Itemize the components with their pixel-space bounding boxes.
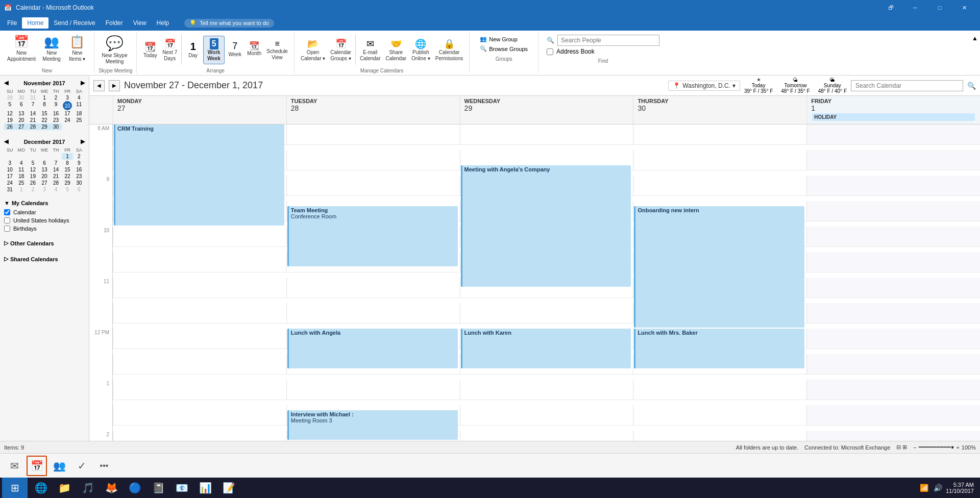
time-cell[interactable] [286,278,460,298]
cal-day[interactable]: 7 [50,160,62,166]
my-calendars-title[interactable]: ▼ My Calendars [4,200,85,206]
minimize-btn[interactable]: ─ [903,0,927,15]
time-cell[interactable] [806,405,980,426]
cal-day[interactable]: 14 [50,166,62,173]
time-cell[interactable] [460,431,633,441]
time-cell[interactable] [806,303,980,323]
time-cell[interactable] [806,380,980,400]
nav-people-btn[interactable]: 👥 [49,456,69,476]
cal-day[interactable]: 22 [39,117,51,123]
cal-day[interactable]: 27 [39,180,51,186]
tell-me-box[interactable]: 💡 Tell me what you want to do [184,19,274,28]
cal-day[interactable]: 17 [4,173,16,180]
new-meeting-btn[interactable]: 👥 NewMeeting [39,33,64,64]
cal-day[interactable]: 2 [50,94,62,101]
cal-day[interactable]: 5 [4,101,16,110]
cal-day[interactable]: 26 [4,123,16,130]
cal-day[interactable]: 1 [16,186,28,193]
start-button[interactable]: ⊞ [2,478,28,498]
menu-send-receive[interactable]: Send / Receive [48,17,100,29]
cal-day[interactable]: 30 [16,94,28,101]
week-view-btn[interactable]: 7 Week [226,40,244,60]
cal-day[interactable]: 25 [16,180,28,186]
time-cell[interactable] [806,176,980,196]
cal-permissions-btn[interactable]: 🔒 CalendarPermissions [433,37,465,63]
dec-next-btn[interactable]: ▶ [81,138,85,145]
cal-day[interactable]: 5 [62,186,74,193]
search-people-input[interactable] [557,35,659,46]
cal-day[interactable]: 27 [16,123,28,130]
cal-day[interactable]: 12 [4,110,16,117]
time-cell[interactable] [460,405,633,426]
cal-day[interactable]: 6 [16,101,28,110]
cal-location-btn[interactable]: 📍 Washington, D.C. ▾ [668,81,740,91]
us-holidays-checkbox[interactable] [4,217,10,223]
calendar-event[interactable]: Meeting with Angela's Company [461,165,631,287]
shared-calendars-title[interactable]: ▷ Shared Calendars [4,256,85,262]
calendar-item-us-holidays[interactable]: United States holidays [4,216,85,225]
cal-day[interactable]: 24 [62,117,74,123]
birthdays-checkbox[interactable] [4,226,10,232]
time-cell[interactable] [460,124,633,145]
cal-day[interactable]: 9 [50,101,62,110]
time-cell[interactable] [633,431,806,441]
new-group-btn[interactable]: 👥 New Group [478,35,530,43]
cal-day[interactable]: 7 [27,101,39,110]
cal-day[interactable]: 15 [39,110,51,117]
time-cell[interactable] [286,150,460,170]
next7days-btn[interactable]: 📅 Next 7Days [160,37,179,63]
nov-next-btn[interactable]: ▶ [81,80,85,86]
cal-day[interactable]: 23 [50,117,62,123]
cal-day[interactable]: 19 [27,173,39,180]
day-view-btn[interactable]: 1 Day [184,40,202,60]
cal-day[interactable]: 31 [27,94,39,101]
cal-day[interactable]: 2 [27,186,39,193]
taskbar-chrome[interactable]: 🔵 [124,478,146,498]
month-view-btn[interactable]: 📆 Month [245,40,263,60]
time-cell[interactable] [286,380,460,400]
calendar-event[interactable]: Lunch with Angela [287,329,458,368]
menu-file[interactable]: File [2,17,22,29]
time-cell[interactable] [113,405,286,426]
time-cell[interactable] [633,176,806,196]
new-items-btn[interactable]: 📋 NewItems ▾ [64,33,90,64]
nav-mail-btn[interactable]: ✉ [4,456,24,476]
calendar-checkbox[interactable] [4,209,10,215]
open-calendar-btn[interactable]: 📂 OpenCalendar ▾ [299,37,327,63]
cal-day[interactable]: 21 [27,117,39,123]
time-cell[interactable] [806,150,980,170]
time-cell[interactable] [633,124,806,145]
cal-day[interactable]: 29 [62,180,74,186]
menu-view[interactable]: View [128,17,152,29]
time-cell[interactable] [806,354,980,375]
taskbar-ie[interactable]: 🌐 [30,478,52,498]
today-btn[interactable]: 📆 Today [141,40,159,60]
time-cell[interactable] [286,176,460,196]
time-grid-scroll[interactable]: 8 AM9101112 PM12345678CRM TrainingTeam M… [89,124,980,441]
cal-day[interactable]: 10 [4,166,16,173]
cal-day[interactable]: 4 [50,186,62,193]
cal-day[interactable]: 21 [50,173,62,180]
nav-calendar-btn[interactable]: 📅 [27,456,47,476]
cal-day[interactable]: 18 [16,173,28,180]
cal-day[interactable]: 31 [4,186,16,193]
cal-day[interactable]: 8 [62,160,74,166]
cal-day[interactable]: 24 [4,180,16,186]
calendar-event[interactable]: Onboarding new intern [634,206,804,328]
time-cell[interactable] [806,227,980,247]
time-cell[interactable] [633,150,806,170]
restore-down-btn[interactable]: 🗗 [879,0,902,15]
time-cell[interactable] [806,201,980,221]
taskbar-media[interactable]: 🎵 [77,478,99,498]
calendar-groups-btn[interactable]: 📅 CalendarGroups ▾ [328,37,353,63]
taskbar-explorer[interactable]: 📁 [53,478,76,498]
time-cell[interactable] [806,252,980,272]
browse-groups-btn[interactable]: 🔍 Browse Groups [478,44,530,53]
cal-day[interactable]: 5 [27,160,39,166]
cal-day[interactable]: 20 [16,117,28,123]
nav-more-btn[interactable]: ••• [94,456,114,476]
time-cell[interactable] [286,303,460,323]
calendar-event[interactable]: Lunch with Karen [461,329,631,368]
taskbar-firefox[interactable]: 🦊 [100,478,122,498]
cal-day[interactable]: 20 [39,173,51,180]
